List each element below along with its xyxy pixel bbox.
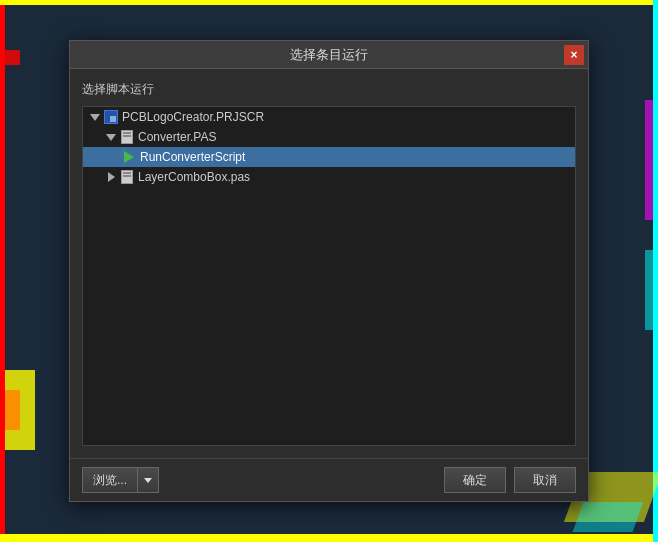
tree-item-converter[interactable]: Converter.PAS bbox=[83, 127, 575, 147]
dropdown-arrow-icon bbox=[144, 478, 152, 483]
footer-right: 确定 取消 bbox=[444, 467, 576, 493]
toggle-project[interactable] bbox=[89, 111, 101, 123]
converter-pas-label: Converter.PAS bbox=[138, 130, 216, 144]
dialog-title: 选择条目运行 bbox=[290, 46, 368, 64]
layercombo-pas-icon bbox=[119, 169, 135, 185]
browse-button[interactable]: 浏览... bbox=[82, 467, 138, 493]
toggle-converter[interactable] bbox=[105, 131, 117, 143]
converter-pas-icon bbox=[119, 129, 135, 145]
toggle-layercombo[interactable] bbox=[105, 171, 117, 183]
footer-left: 浏览... bbox=[82, 467, 159, 493]
tree-container[interactable]: PCBLogoCreator.PRJSCR Converter.PAS bbox=[82, 106, 576, 446]
dialog-body: 选择脚本运行 PCBLogoCreator.PRJSCR bbox=[70, 69, 588, 458]
browse-dropdown-button[interactable] bbox=[138, 467, 159, 493]
tree-item-runconverter[interactable]: RunConverterScript bbox=[83, 147, 575, 167]
select-label: 选择脚本运行 bbox=[82, 81, 576, 98]
close-button[interactable]: × bbox=[564, 45, 584, 65]
layercombo-label: LayerComboBox.pas bbox=[138, 170, 250, 184]
tree-item-layercombo[interactable]: LayerComboBox.pas bbox=[83, 167, 575, 187]
dialog-titlebar: 选择条目运行 × bbox=[70, 41, 588, 69]
cancel-button[interactable]: 取消 bbox=[514, 467, 576, 493]
ok-button[interactable]: 确定 bbox=[444, 467, 506, 493]
chevron-down-icon-2 bbox=[106, 134, 116, 141]
dialog-footer: 浏览... 确定 取消 bbox=[70, 458, 588, 501]
tree-item-project[interactable]: PCBLogoCreator.PRJSCR bbox=[83, 107, 575, 127]
runconverter-label: RunConverterScript bbox=[140, 150, 245, 164]
script-icon bbox=[121, 149, 137, 165]
chevron-down-icon bbox=[90, 114, 100, 121]
project-icon bbox=[103, 109, 119, 125]
chevron-right-icon bbox=[108, 172, 115, 182]
dialog: 选择条目运行 × 选择脚本运行 PCBLogoCreator.PRJSCR bbox=[69, 40, 589, 502]
project-label: PCBLogoCreator.PRJSCR bbox=[122, 110, 264, 124]
